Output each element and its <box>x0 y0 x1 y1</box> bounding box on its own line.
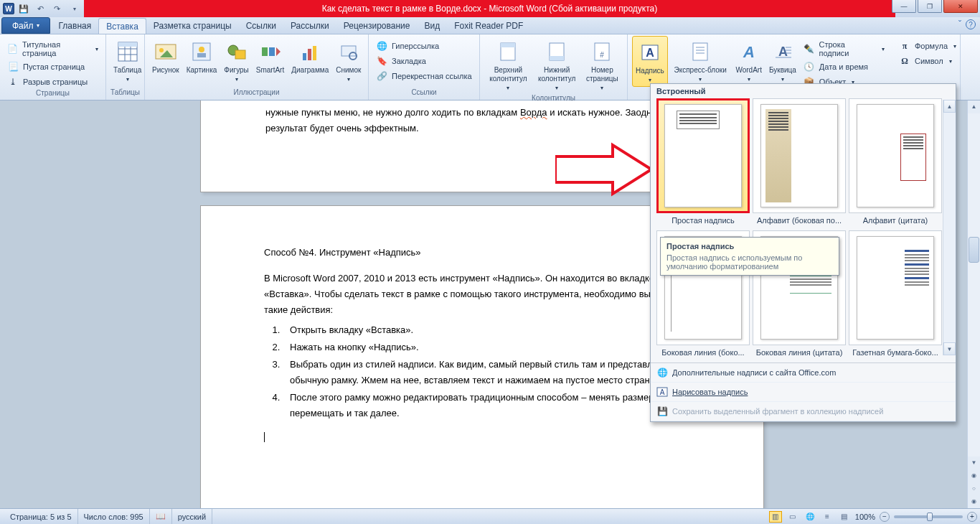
ribbon-minimize-icon[interactable]: ˇ <box>958 19 961 29</box>
textbox-button[interactable]: AНадпись▾ <box>632 36 668 87</box>
view-print-layout[interactable]: ▥ <box>769 511 782 523</box>
gallery-draw-textbox[interactable]: AНарисовать надпись <box>651 383 956 402</box>
scroll-thumb[interactable] <box>969 237 979 263</box>
office-icon: 🌐 <box>656 367 668 378</box>
window-minimize[interactable]: — <box>892 0 916 13</box>
svg-rect-23 <box>501 43 515 47</box>
view-draft[interactable]: ▤ <box>838 511 851 523</box>
picture-button[interactable]: Рисунок <box>149 36 182 76</box>
scroll-up-arrow[interactable]: ▲ <box>968 100 980 113</box>
crossref-button[interactable]: 🔗Перекрестная ссылка <box>373 69 475 83</box>
gallery-tile-simple[interactable]: Простая надпись <box>656 98 750 228</box>
doc-text-fragment: нужные пункты меню, не нужно долго ходит… <box>265 107 664 134</box>
chart-icon <box>298 40 321 63</box>
window-title: Как сделать текст в рамке в Ворде.docx -… <box>84 0 895 17</box>
tab-insert[interactable]: Вставка <box>98 18 146 34</box>
zoom-in-button[interactable]: + <box>967 512 977 522</box>
scroll-down-arrow[interactable]: ▼ <box>968 457 980 469</box>
svg-rect-25 <box>550 56 564 60</box>
zoom-out-button[interactable]: − <box>880 512 890 522</box>
shapes-button[interactable]: Фигуры▾ <box>221 36 251 85</box>
view-outline[interactable]: ≡ <box>821 511 834 523</box>
gallery-scroll-up[interactable]: ▲ <box>943 100 956 113</box>
tab-page-layout[interactable]: Разметка страницы <box>146 18 239 34</box>
gallery-tile-alphabet-side[interactable]: Алфавит (боковая по... <box>753 98 846 228</box>
qat-save[interactable]: 💾 <box>17 1 31 16</box>
tab-review[interactable]: Рецензирование <box>336 18 418 34</box>
dropcap-button[interactable]: AБуквица▾ <box>766 36 799 85</box>
symbol-button[interactable]: ΩСимвол▾ <box>896 54 959 68</box>
svg-text:A: A <box>743 43 755 61</box>
window-maximize[interactable]: ❐ <box>918 0 942 13</box>
tab-view[interactable]: Вид <box>417 18 447 34</box>
wordart-icon: A <box>738 40 760 63</box>
qat-customize[interactable] <box>66 1 80 16</box>
screenshot-button[interactable]: Снимок▾ <box>333 36 364 85</box>
blank-page-button[interactable]: 📃Пустая страница <box>4 60 101 74</box>
svg-rect-18 <box>308 49 311 60</box>
gallery-tile-alphabet-quote[interactable]: Алфавит (цитата) <box>849 98 942 228</box>
smartart-button[interactable]: SmartArt <box>253 36 287 76</box>
zoom-slider[interactable] <box>894 515 963 518</box>
qat-redo[interactable]: ↷ <box>50 1 64 16</box>
gallery-caption: Простая надпись <box>672 216 735 225</box>
datetime-button[interactable]: 🕓Дата и время <box>801 60 887 74</box>
vertical-scrollbar[interactable]: ▲ ▼ ◉ ○ ◉ <box>967 100 980 508</box>
group-label-pages: Страницы <box>4 89 101 100</box>
quickparts-button[interactable]: Экспресс-блоки ▾ <box>669 36 732 85</box>
svg-rect-20 <box>341 46 356 56</box>
tab-home[interactable]: Главная <box>52 18 99 34</box>
clipart-icon <box>190 40 213 63</box>
dropcap-icon: A <box>771 40 794 63</box>
next-page-icon[interactable]: ◉ <box>968 495 980 508</box>
footer-icon <box>545 40 568 63</box>
text-cursor <box>264 432 265 442</box>
gallery-scrollbar[interactable]: ▲ ▼ <box>943 100 956 355</box>
page-break-button[interactable]: ⤓Разрыв страницы <box>4 75 101 89</box>
status-page[interactable]: Страница: 5 из 5 <box>4 509 78 524</box>
footer-button[interactable]: Нижний колонтитул ▾ <box>534 36 580 94</box>
browse-object-icon[interactable]: ○ <box>968 482 980 495</box>
svg-rect-13 <box>235 50 245 59</box>
gallery-tile-newspaper-side[interactable]: Газетная бумага-боко... <box>849 230 942 360</box>
gallery-scroll-down[interactable]: ▼ <box>943 342 956 355</box>
zoom-slider-thumb[interactable] <box>927 513 933 521</box>
equation-button[interactable]: πФормула▾ <box>896 39 959 53</box>
svg-rect-15 <box>269 47 275 56</box>
svg-point-10 <box>199 47 204 52</box>
help-icon[interactable]: ? <box>966 19 976 29</box>
status-word-count[interactable]: Число слов: 995 <box>78 509 150 524</box>
clipart-button[interactable]: Картинка <box>184 36 220 76</box>
hyperlink-icon: 🌐 <box>376 40 387 52</box>
qat-undo[interactable]: ↶ <box>33 1 47 16</box>
wordart-button[interactable]: AWordArt▾ <box>732 36 765 85</box>
header-button[interactable]: Верхний колонтитул ▾ <box>484 36 532 94</box>
status-language[interactable]: русский <box>172 509 212 524</box>
tab-foxit[interactable]: Foxit Reader PDF <box>447 18 530 34</box>
signature-line-button[interactable]: ✒️Строка подписи▾ <box>801 39 887 59</box>
bookmark-button[interactable]: 🔖Закладка <box>373 54 475 68</box>
symbol-icon: Ω <box>899 55 910 67</box>
tab-mailings[interactable]: Рассылки <box>283 18 336 34</box>
view-web[interactable]: 🌐 <box>804 511 816 523</box>
window-close[interactable]: ✕ <box>943 0 978 13</box>
chart-button[interactable]: Диаграмма <box>288 36 331 76</box>
view-fullscreen[interactable]: ▭ <box>786 511 799 523</box>
quickparts-icon <box>689 40 712 63</box>
svg-text:#: # <box>600 51 605 59</box>
title-page-button[interactable]: 📄Титульная страница▾ <box>4 39 101 59</box>
section-heading: Способ №4. Инструмент «Надпись» <box>264 245 700 261</box>
table-button[interactable]: Таблица▾ <box>110 36 144 85</box>
gallery-caption: Газетная бумага-боко... <box>852 348 938 357</box>
signature-icon: ✒️ <box>804 43 815 55</box>
prev-page-icon[interactable]: ◉ <box>968 469 980 482</box>
gallery-caption: Боковая линия (цитата) <box>756 348 843 357</box>
file-tab[interactable]: Файл▾ <box>1 17 50 34</box>
zoom-percent[interactable]: 100% <box>855 513 875 521</box>
status-proofing[interactable]: 📖 <box>150 509 172 524</box>
gallery-more-office[interactable]: 🌐Дополнительные надписи с сайта Office.c… <box>651 363 956 383</box>
tab-references[interactable]: Ссылки <box>239 18 283 34</box>
pagenum-button[interactable]: #Номер страницы ▾ <box>582 36 623 94</box>
proofing-icon: 📖 <box>156 512 166 521</box>
hyperlink-button[interactable]: 🌐Гиперссылка <box>373 39 475 53</box>
